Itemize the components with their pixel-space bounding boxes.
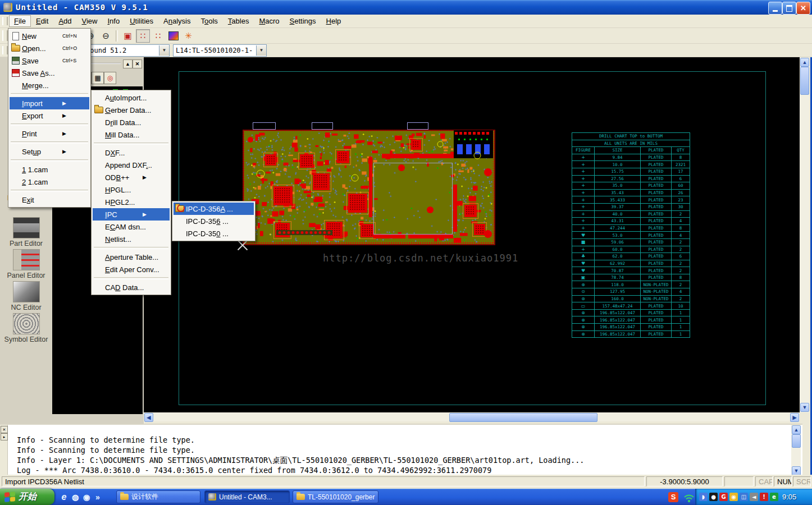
security-shield-icon[interactable]: ! <box>760 493 768 501</box>
import-menu-item-drill-data[interactable]: Drill Data... <box>93 116 170 128</box>
import-menu-item-ecam-dsn[interactable]: ECAM dsn... <box>93 221 170 233</box>
menu-settings[interactable]: Settings <box>285 15 321 27</box>
network-places-icon[interactable]: ◫ <box>740 493 748 501</box>
ie-icon[interactable]: e <box>58 492 70 502</box>
flashget-icon[interactable]: G <box>719 493 728 501</box>
vertical-scrollbar[interactable]: ▲ ▼ <box>800 57 809 412</box>
log-scroll-thumb[interactable] <box>792 434 801 448</box>
ipc-menu-item-ipc-d-356[interactable]: IPC-D-356 ... <box>174 215 254 227</box>
menu-help[interactable]: Help <box>321 15 346 27</box>
zoom-out-icon[interactable]: ⊖ <box>99 29 113 43</box>
import-menu-item-dxf[interactable]: DXF... <box>93 146 170 159</box>
wifi-icon[interactable] <box>683 492 695 503</box>
import-menu-item-hpgl[interactable]: HPGL... <box>93 183 170 196</box>
chat-bubble-icon[interactable]: ◉ <box>729 493 738 501</box>
scroll-down-icon[interactable]: ▼ <box>792 466 801 475</box>
overflow-chevron[interactable]: » <box>92 493 103 502</box>
toolbar-grip[interactable] <box>2 17 8 25</box>
scroll-left-icon[interactable]: ◀ <box>144 413 153 422</box>
taskbar-button-untitled-cam3[interactable]: Untitled - CAM3... <box>204 490 290 503</box>
import-menu-item-aperture-table[interactable]: Aperture Table... <box>93 251 170 263</box>
title-bar[interactable]: Untitled - CAM350 V 9.5.1 <box>0 0 812 15</box>
import-menu-item-mill-data[interactable]: Mill Data... <box>93 128 170 141</box>
dock-close-icon[interactable]: ✕ <box>133 59 142 68</box>
import-menu-item-gerber-data[interactable]: Gerber Data... <box>93 104 170 116</box>
browser-icon[interactable]: ◉ <box>81 493 92 502</box>
taskbar-button-tl-550101020-gerber[interactable]: TL-550101020_gerber <box>293 490 378 503</box>
file-menu-item-exit[interactable]: Exit <box>10 194 89 206</box>
menu-analysis[interactable]: Analysis <box>158 15 195 27</box>
file-menu-item-1-1-cam[interactable]: 1 1.cam <box>10 163 89 176</box>
file-menu-item-setup[interactable]: Setup▶ <box>10 145 89 158</box>
import-menu-item-netlist[interactable]: Netlist... <box>93 233 170 245</box>
ipc-menu-item-ipc-d-356a[interactable]: IPC-D-356A ... <box>174 203 254 215</box>
sidebar-item-nc-editor[interactable]: NC Editor <box>0 281 52 311</box>
import-menu-item-edit-aper-conv[interactable]: Edit Aper Conv... <box>93 263 170 276</box>
sogou-input-icon[interactable]: S <box>668 492 678 502</box>
sidebar-item-panel-editor[interactable]: Panel Editor <box>0 249 52 279</box>
file-menu-item-export[interactable]: Export▶ <box>10 109 89 122</box>
log-scrollbar[interactable]: ▲ ▼ <box>791 425 801 476</box>
grid-dots-icon[interactable]: ∷ <box>151 29 165 43</box>
horizontal-scrollbar[interactable]: ◀ ▶ <box>144 412 800 421</box>
volume-icon[interactable]: ◄ <box>750 493 758 501</box>
sidebar-item-part-editor[interactable]: Part Editor <box>0 217 52 247</box>
log-expand-icon[interactable]: ▸ <box>1 433 8 440</box>
ipc-menu-item-ipc-d-350[interactable]: IPC-D-350 ... <box>174 227 254 240</box>
net-highlight-icon[interactable]: ✳ <box>181 29 195 43</box>
toolbar-grip[interactable] <box>2 30 8 41</box>
menu-macro[interactable]: Macro <box>254 15 284 27</box>
import-menu-item-ipc[interactable]: IPC▶ <box>93 208 170 221</box>
start-button[interactable]: 开始 <box>0 489 54 505</box>
pad-select-icon[interactable]: ▣ <box>121 29 135 43</box>
file-menu-item-save[interactable]: SaveCtrl+S <box>10 54 89 67</box>
film-icon[interactable]: ▦ <box>92 72 104 84</box>
file-menu-item-2-1-cam[interactable]: 2 1.cam <box>10 176 89 188</box>
log-close-icon[interactable]: ✕ <box>1 426 8 433</box>
import-menu-item-autoimport[interactable]: AutoImport... <box>93 91 170 104</box>
menu-tools[interactable]: Tools <box>196 15 223 27</box>
file-menu-item-merge[interactable]: Merge... <box>10 79 89 91</box>
taskbar-button-[interactable]: 设计软件 <box>116 490 200 503</box>
file-menu-item-open[interactable]: Open...Ctrl+O <box>10 42 89 54</box>
messenger-icon[interactable]: ◍ <box>70 493 81 502</box>
hscroll-thumb[interactable] <box>449 413 597 422</box>
import-menu-item-append-dxf[interactable]: Append DXF... <box>93 159 170 171</box>
chevron-down-icon[interactable]: ▼ <box>256 45 266 56</box>
menu-add[interactable]: Add <box>53 15 76 27</box>
menu-utilities[interactable]: Utilities <box>125 15 158 27</box>
chevron-down-icon[interactable]: ▼ <box>159 45 169 56</box>
redraw-icon[interactable]: ◎ <box>104 72 116 84</box>
aperture-combo[interactable]: Round 51.2 ▼ <box>83 44 170 57</box>
import-menu-item-hpgl2[interactable]: HPGL2... <box>93 196 170 208</box>
grid-move-icon[interactable]: ∷ <box>136 29 150 43</box>
layer-combo[interactable]: L14:TL-550101020-1- ▼ <box>173 44 267 57</box>
close-button[interactable]: ✕ <box>796 2 810 15</box>
sidebar-item-symbol-editor[interactable]: Symbol Editor <box>0 313 52 343</box>
scroll-down-icon[interactable]: ▼ <box>800 403 809 412</box>
color-map-icon[interactable] <box>166 29 180 43</box>
menu-tables[interactable]: Tables <box>223 15 254 27</box>
file-menu-item-save-as[interactable]: Save As... <box>10 67 89 79</box>
menu-info[interactable]: Info <box>102 15 125 27</box>
menu-view[interactable]: View <box>77 15 103 27</box>
vscroll-thumb[interactable] <box>800 67 809 95</box>
import-menu-item-odb[interactable]: ODB++▶ <box>93 171 170 183</box>
display-signal-icon[interactable]: ◗ <box>699 493 708 501</box>
pcb-board[interactable] <box>243 122 495 245</box>
import-menu-item-cad-data[interactable]: CAD Data... <box>93 281 170 293</box>
file-menu-item-print[interactable]: Print▶ <box>10 127 89 140</box>
menu-edit[interactable]: Edit <box>31 15 53 27</box>
scroll-right-icon[interactable]: ▶ <box>790 413 799 422</box>
dock-collapse-button[interactable]: ▲ <box>123 59 133 68</box>
scroll-up-icon[interactable]: ▲ <box>792 425 801 434</box>
tray-clock[interactable]: 9:05 <box>782 493 796 501</box>
file-menu-item-new[interactable]: NewCtrl+N <box>10 30 89 42</box>
qq-icon[interactable]: ● <box>709 493 718 501</box>
file-menu-item-import[interactable]: Import▶ <box>10 97 89 109</box>
antivirus-icon[interactable]: e <box>770 493 778 501</box>
toolbar-grip[interactable] <box>2 46 8 54</box>
restore-button[interactable] <box>782 2 796 15</box>
log-panel-handle[interactable]: ✕ ▸ <box>0 425 8 476</box>
menu-file[interactable]: File <box>9 15 31 27</box>
